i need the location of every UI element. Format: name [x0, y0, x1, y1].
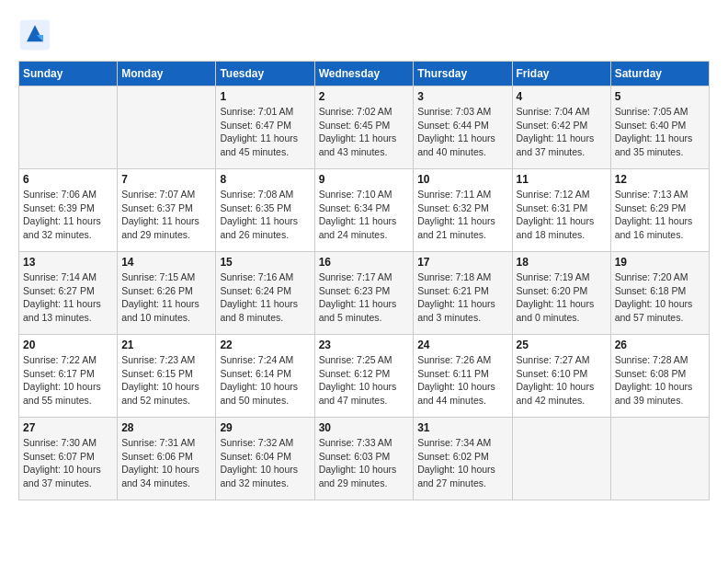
day-number: 4: [517, 90, 607, 103]
day-number: 8: [220, 173, 310, 186]
day-info: Sunrise: 7:16 AMSunset: 6:24 PMDaylight:…: [220, 270, 310, 325]
day-info: Sunrise: 7:02 AMSunset: 6:45 PMDaylight:…: [319, 105, 410, 159]
day-info: Sunrise: 7:33 AMSunset: 6:03 PMDaylight:…: [319, 436, 410, 490]
calendar-cell: 5Sunrise: 7:05 AMSunset: 6:40 PMDaylight…: [610, 86, 709, 169]
calendar-cell: 14Sunrise: 7:15 AMSunset: 6:26 PMDayligh…: [118, 252, 216, 335]
calendar-cell: 20Sunrise: 7:22 AMSunset: 6:17 PMDayligh…: [19, 335, 118, 418]
calendar-cell: 25Sunrise: 7:27 AMSunset: 6:10 PMDayligh…: [512, 335, 610, 418]
calendar-cell: 2Sunrise: 7:02 AMSunset: 6:45 PMDaylight…: [314, 86, 414, 169]
day-info: Sunrise: 7:25 AMSunset: 6:12 PMDaylight:…: [319, 353, 410, 408]
logo-icon: [18, 18, 51, 52]
calendar-cell: 13Sunrise: 7:14 AMSunset: 6:27 PMDayligh…: [19, 252, 118, 335]
day-info: Sunrise: 7:26 AMSunset: 6:11 PMDaylight:…: [417, 353, 507, 408]
day-info: Sunrise: 7:01 AMSunset: 6:47 PMDaylight:…: [220, 105, 310, 159]
weekday-row: SundayMondayTuesdayWednesdayThursdayFrid…: [19, 62, 710, 86]
calendar-cell: [118, 86, 216, 169]
day-number: 16: [319, 256, 410, 269]
calendar-cell: 30Sunrise: 7:33 AMSunset: 6:03 PMDayligh…: [314, 418, 414, 500]
day-info: Sunrise: 7:17 AMSunset: 6:23 PMDaylight:…: [319, 270, 410, 325]
calendar-cell: 18Sunrise: 7:19 AMSunset: 6:20 PMDayligh…: [512, 252, 610, 335]
day-number: 20: [23, 339, 113, 351]
day-number: 30: [319, 421, 410, 434]
day-info: Sunrise: 7:10 AMSunset: 6:34 PMDaylight:…: [319, 188, 410, 242]
day-info: Sunrise: 7:31 AMSunset: 6:06 PMDaylight:…: [121, 436, 211, 490]
day-info: Sunrise: 7:19 AMSunset: 6:20 PMDaylight:…: [517, 270, 607, 325]
calendar-cell: 31Sunrise: 7:34 AMSunset: 6:02 PMDayligh…: [414, 418, 512, 500]
day-info: Sunrise: 7:11 AMSunset: 6:32 PMDaylight:…: [417, 188, 507, 242]
calendar-cell: 24Sunrise: 7:26 AMSunset: 6:11 PMDayligh…: [414, 335, 512, 418]
day-info: Sunrise: 7:15 AMSunset: 6:26 PMDaylight:…: [121, 270, 211, 325]
weekday-header: Wednesday: [314, 62, 414, 86]
day-info: Sunrise: 7:30 AMSunset: 6:07 PMDaylight:…: [23, 436, 113, 490]
calendar-cell: 21Sunrise: 7:23 AMSunset: 6:15 PMDayligh…: [118, 335, 216, 418]
day-number: 7: [121, 173, 211, 186]
day-number: 3: [417, 90, 507, 103]
calendar-header: SundayMondayTuesdayWednesdayThursdayFrid…: [19, 62, 710, 86]
calendar-cell: 8Sunrise: 7:08 AMSunset: 6:35 PMDaylight…: [216, 169, 314, 252]
calendar-cell: 15Sunrise: 7:16 AMSunset: 6:24 PMDayligh…: [216, 252, 314, 335]
day-number: 19: [615, 256, 705, 269]
calendar-table: SundayMondayTuesdayWednesdayThursdayFrid…: [18, 61, 710, 500]
day-number: 29: [220, 421, 310, 434]
calendar-cell: 22Sunrise: 7:24 AMSunset: 6:14 PMDayligh…: [216, 335, 314, 418]
day-number: 2: [319, 90, 410, 103]
calendar-week-row: 20Sunrise: 7:22 AMSunset: 6:17 PMDayligh…: [19, 335, 710, 418]
day-number: 15: [220, 256, 310, 269]
day-info: Sunrise: 7:05 AMSunset: 6:40 PMDaylight:…: [615, 105, 705, 159]
calendar-cell: 3Sunrise: 7:03 AMSunset: 6:44 PMDaylight…: [414, 86, 512, 169]
day-info: Sunrise: 7:06 AMSunset: 6:39 PMDaylight:…: [23, 188, 113, 242]
calendar-cell: [610, 418, 709, 500]
day-number: 14: [121, 256, 211, 269]
weekday-header: Saturday: [610, 62, 709, 86]
calendar-cell: 11Sunrise: 7:12 AMSunset: 6:31 PMDayligh…: [512, 169, 610, 252]
day-number: 27: [23, 421, 113, 434]
calendar-cell: 27Sunrise: 7:30 AMSunset: 6:07 PMDayligh…: [19, 418, 118, 500]
day-number: 5: [615, 90, 705, 103]
logo: [18, 18, 55, 52]
weekday-header: Friday: [512, 62, 610, 86]
calendar-week-row: 6Sunrise: 7:06 AMSunset: 6:39 PMDaylight…: [19, 169, 710, 252]
weekday-header: Tuesday: [216, 62, 314, 86]
day-number: 28: [121, 421, 211, 434]
day-info: Sunrise: 7:24 AMSunset: 6:14 PMDaylight:…: [220, 353, 310, 408]
day-info: Sunrise: 7:34 AMSunset: 6:02 PMDaylight:…: [417, 436, 507, 490]
day-number: 18: [517, 256, 607, 269]
calendar-cell: 4Sunrise: 7:04 AMSunset: 6:42 PMDaylight…: [512, 86, 610, 169]
day-info: Sunrise: 7:13 AMSunset: 6:29 PMDaylight:…: [615, 188, 705, 242]
day-info: Sunrise: 7:14 AMSunset: 6:27 PMDaylight:…: [23, 270, 113, 325]
day-number: 21: [121, 339, 211, 351]
day-number: 11: [517, 173, 607, 186]
calendar-cell: 1Sunrise: 7:01 AMSunset: 6:47 PMDaylight…: [216, 86, 314, 169]
day-number: 24: [417, 339, 507, 351]
day-info: Sunrise: 7:28 AMSunset: 6:08 PMDaylight:…: [615, 353, 705, 408]
day-info: Sunrise: 7:03 AMSunset: 6:44 PMDaylight:…: [417, 105, 507, 159]
day-info: Sunrise: 7:18 AMSunset: 6:21 PMDaylight:…: [417, 270, 507, 325]
calendar-cell: 6Sunrise: 7:06 AMSunset: 6:39 PMDaylight…: [19, 169, 118, 252]
calendar-cell: 17Sunrise: 7:18 AMSunset: 6:21 PMDayligh…: [414, 252, 512, 335]
day-number: 6: [23, 173, 113, 186]
day-number: 10: [417, 173, 507, 186]
calendar-body: 1Sunrise: 7:01 AMSunset: 6:47 PMDaylight…: [19, 86, 710, 500]
weekday-header: Thursday: [414, 62, 512, 86]
calendar-cell: 28Sunrise: 7:31 AMSunset: 6:06 PMDayligh…: [118, 418, 216, 500]
calendar-week-row: 27Sunrise: 7:30 AMSunset: 6:07 PMDayligh…: [19, 418, 710, 500]
calendar-week-row: 1Sunrise: 7:01 AMSunset: 6:47 PMDaylight…: [19, 86, 710, 169]
day-number: 25: [517, 339, 607, 351]
day-info: Sunrise: 7:20 AMSunset: 6:18 PMDaylight:…: [615, 270, 705, 325]
day-number: 26: [615, 339, 705, 351]
weekday-header: Sunday: [19, 62, 118, 86]
day-info: Sunrise: 7:07 AMSunset: 6:37 PMDaylight:…: [121, 188, 211, 242]
calendar-cell: [512, 418, 610, 500]
day-info: Sunrise: 7:04 AMSunset: 6:42 PMDaylight:…: [517, 105, 607, 159]
calendar-cell: 23Sunrise: 7:25 AMSunset: 6:12 PMDayligh…: [314, 335, 414, 418]
calendar-week-row: 13Sunrise: 7:14 AMSunset: 6:27 PMDayligh…: [19, 252, 710, 335]
day-number: 12: [615, 173, 705, 186]
day-info: Sunrise: 7:08 AMSunset: 6:35 PMDaylight:…: [220, 188, 310, 242]
day-number: 17: [417, 256, 507, 269]
day-number: 1: [220, 90, 310, 103]
day-info: Sunrise: 7:12 AMSunset: 6:31 PMDaylight:…: [517, 188, 607, 242]
day-number: 22: [220, 339, 310, 351]
day-number: 9: [319, 173, 410, 186]
calendar-cell: 16Sunrise: 7:17 AMSunset: 6:23 PMDayligh…: [314, 252, 414, 335]
calendar-cell: 26Sunrise: 7:28 AMSunset: 6:08 PMDayligh…: [610, 335, 709, 418]
